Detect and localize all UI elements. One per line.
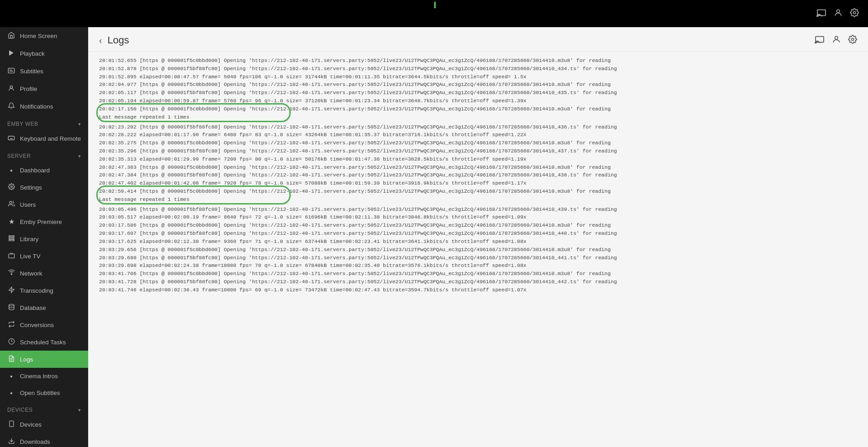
log-line: 20:02:47.384 [https @ 000001f5bf88fc80] … <box>99 171 857 179</box>
conversions-icon <box>7 321 15 329</box>
sidebar-item-network[interactable]: Network <box>0 265 88 282</box>
sidebar-item-live-tv[interactable]: Live TV <box>0 247 88 265</box>
log-line: 20:03:41.728 [https @ 000001f5bf88fc80] … <box>99 278 857 286</box>
sidebar-item-playback[interactable]: Playback <box>0 45 88 62</box>
devices-section[interactable]: Devices ▾ <box>0 401 88 416</box>
log-line: 20:02:05.194 elapsed=00:00:59.87 frame= … <box>99 97 857 105</box>
log-line: 20:02:17.150 [https @ 000001f5c0bbd600] … <box>99 105 857 113</box>
sidebar-item-database[interactable]: Database <box>0 299 88 316</box>
server-chevron: ▾ <box>78 153 81 159</box>
svg-point-8 <box>10 86 12 88</box>
svg-point-18 <box>11 274 12 275</box>
settings-sidebar-icon <box>7 183 15 191</box>
sidebar-item-cinema-intros[interactable]: ▪ Cinema Intros <box>0 368 88 385</box>
log-line: 20:02:23.202 [https @ 000001f5bf88fc80] … <box>99 123 857 131</box>
premiere-icon: ★ <box>7 218 15 226</box>
sidebar-item-profile[interactable]: Profile <box>0 80 88 98</box>
log-line: 20:03:17.625 elapsed=00:02:12.30 frame= … <box>99 238 857 246</box>
svg-point-30 <box>852 38 854 40</box>
sidebar-item-scheduled-tasks[interactable]: Scheduled Tasks <box>0 333 88 351</box>
sidebar-item-devices[interactable]: Devices <box>0 416 88 433</box>
svg-point-1 <box>817 15 818 16</box>
sidebar-item-transcoding[interactable]: Transcoding <box>0 282 88 299</box>
profile-icon <box>7 85 15 93</box>
svg-point-3 <box>854 11 856 14</box>
sidebar-item-notifications[interactable]: Notifications <box>0 98 88 115</box>
downloads-icon <box>7 437 15 446</box>
settings-icon[interactable] <box>850 8 859 19</box>
logs-icon <box>7 355 15 363</box>
svg-point-16 <box>9 201 12 204</box>
topbar-icons <box>816 8 859 19</box>
page-title: Logs <box>108 34 129 46</box>
dashboard-icon: ▪ <box>7 166 15 174</box>
log-line: 20:02:35.313 elapsed=00:01:29.99 frame= … <box>99 155 857 163</box>
network-icon <box>7 269 15 277</box>
log-line: 20:03:17.586 [https @ 000001f5c0bbd600] … <box>99 221 857 229</box>
log-line: 20:02:35.275 [https @ 000001f5c0bbd600] … <box>99 139 857 147</box>
log-line: 20:02:35.296 [https @ 000001f5bf88fc80] … <box>99 147 857 155</box>
log-line: 20:01:52.655 [https @ 000001f5c0bbd600] … <box>99 57 857 65</box>
log-line: 20:01:52.878 [https @ 000001f5bf88fc80] … <box>99 65 857 73</box>
svg-rect-5 <box>8 68 14 73</box>
log-area[interactable]: 20:01:52.655 [https @ 000001f5c0bbd600] … <box>88 52 868 447</box>
log-line: 20:02:05.117 [https @ 000001f5bf88fc80] … <box>99 89 857 97</box>
header-actions <box>815 35 857 46</box>
emby-web-section[interactable]: Emby Web ▾ <box>0 115 88 130</box>
svg-point-28 <box>815 42 816 43</box>
users-icon <box>7 200 15 209</box>
log-line: 20:03:29.680 [https @ 000001f5bf88fc80] … <box>99 254 857 262</box>
log-line: 20:03:05.517 elapsed=00:02:00.19 frame= … <box>99 213 857 221</box>
log-line: 20:02:28.222 elapsed=00:01:17.90 frame= … <box>99 131 857 139</box>
log-line: 20:02:04.977 [https @ 000001f5c0bbd600] … <box>99 81 857 89</box>
cast-icon[interactable] <box>816 9 826 19</box>
devices-icon <box>7 420 15 428</box>
svg-point-29 <box>835 36 838 39</box>
cast-header-icon[interactable] <box>815 35 825 46</box>
scheduled-tasks-icon <box>7 338 15 346</box>
sidebar-item-subtitles[interactable]: Subtitles <box>0 62 88 80</box>
user-icon[interactable] <box>834 8 843 19</box>
sidebar-item-dashboard[interactable]: ▪ Dashboard <box>0 162 88 179</box>
sidebar-item-keyboard-remote[interactable]: Keyboard and Remote <box>0 130 88 147</box>
home-icon <box>7 32 15 40</box>
content-header: ‹ Logs <box>88 27 868 52</box>
sidebar-item-open-subtitles[interactable]: ▪ Open Subtitles <box>0 385 88 401</box>
library-icon <box>7 235 15 243</box>
svg-rect-17 <box>9 254 14 258</box>
svg-point-15 <box>10 186 12 188</box>
log-line: 20:03:29.656 [https @ 000001f5c0bbd600] … <box>99 246 857 254</box>
sidebar-item-home-screen[interactable]: Home Screen <box>0 27 88 45</box>
sidebar-item-library[interactable]: Library <box>0 230 88 247</box>
transcoding-icon <box>7 286 15 295</box>
main-layout: Home Screen Playback Subtitles Profile <box>0 27 868 447</box>
sidebar: Home Screen Playback Subtitles Profile <box>0 27 88 447</box>
sidebar-item-emby-premiere[interactable]: ★ Emby Premiere <box>0 213 88 230</box>
svg-point-2 <box>837 10 840 13</box>
log-line: 20:02:47.363 [https @ 000001f5c0bbd600] … <box>99 163 857 171</box>
back-button[interactable]: ‹ <box>99 35 102 46</box>
sidebar-item-downloads[interactable]: Downloads <box>0 433 88 447</box>
keyboard-icon <box>7 134 15 143</box>
user-header-icon[interactable] <box>832 35 841 46</box>
sidebar-item-logs[interactable]: Logs <box>0 351 88 368</box>
log-line: 20:03:17.607 [https @ 000001f5bf88fc80] … <box>99 229 857 238</box>
server-section[interactable]: Server ▾ <box>0 147 88 162</box>
live-tv-icon <box>7 252 15 260</box>
playback-icon <box>7 49 15 58</box>
log-line: Last message repeated 1 times <box>99 195 857 204</box>
sidebar-item-conversions[interactable]: Conversions <box>0 316 88 333</box>
svg-marker-4 <box>9 50 13 56</box>
subtitles-icon <box>7 67 15 76</box>
log-line: Last message repeated 1 times <box>99 113 857 121</box>
svg-rect-9 <box>8 136 14 140</box>
log-line: 20:02:47.402 elapsed=00:01:42.08 frame= … <box>99 179 857 187</box>
settings-header-icon[interactable] <box>848 35 857 46</box>
sidebar-item-users[interactable]: Users <box>0 196 88 213</box>
devices-chevron: ▾ <box>78 407 81 413</box>
cinema-icon: ▪ <box>7 372 15 380</box>
database-icon <box>7 304 15 312</box>
log-line: 20:01:52.895 elapsed=00:00:47.57 frame= … <box>99 73 857 81</box>
notifications-icon <box>7 102 15 111</box>
sidebar-item-settings[interactable]: Settings <box>0 179 88 196</box>
